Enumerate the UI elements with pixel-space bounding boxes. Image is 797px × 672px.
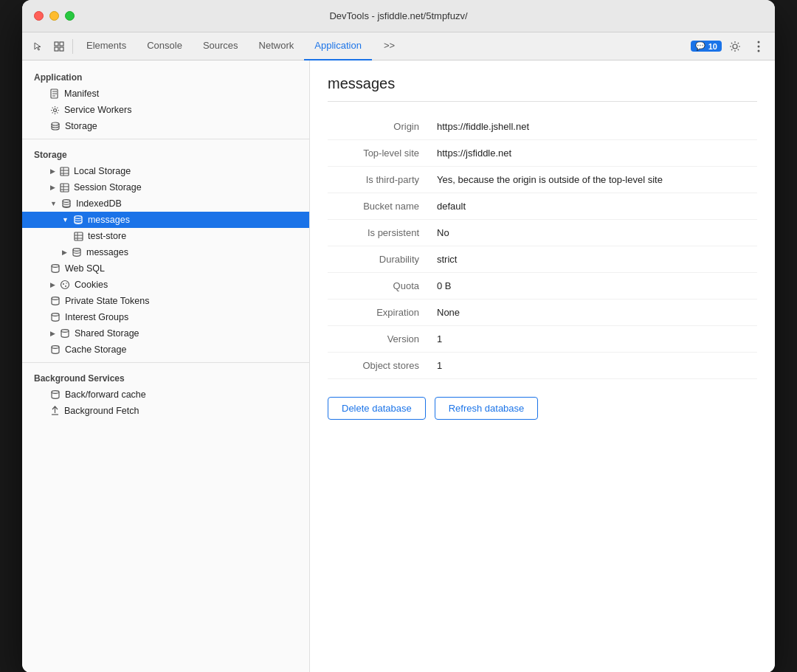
traffic-lights	[34, 11, 75, 21]
field-value: 1	[431, 353, 757, 379]
sidebar-item-test-store[interactable]: test-store	[22, 228, 309, 244]
db-icon-indexeddb	[61, 198, 72, 209]
main-content: Application Manifest Service Workers	[22, 60, 775, 672]
settings-icon[interactable]	[725, 36, 745, 57]
tab-sources[interactable]: Sources	[193, 32, 249, 60]
devtools-window: DevTools - jsfiddle.net/5tmpfuzv/ Elemen…	[22, 0, 775, 672]
table-row: ExpirationNone	[328, 299, 757, 326]
collapsed-triangle-cookies: ▶	[50, 281, 55, 288]
chat-icon: 💬	[695, 41, 705, 51]
field-label: Is third-party	[328, 167, 431, 193]
table-row: Version1	[328, 326, 757, 353]
db-icon-back-forward	[50, 389, 61, 400]
inspect-icon[interactable]	[49, 36, 69, 57]
svg-point-32	[66, 283, 66, 283]
storage-icon	[50, 121, 61, 131]
sidebar-item-messages-store[interactable]: ▶ messages	[22, 244, 309, 260]
titlebar: DevTools - jsfiddle.net/5tmpfuzv/	[22, 0, 775, 32]
table-row: Object stores1	[328, 353, 757, 379]
field-value: default	[431, 193, 757, 220]
cookie-icon	[60, 280, 70, 290]
local-storage-label: Local Storage	[74, 166, 131, 176]
divider-1	[22, 139, 309, 139]
sidebar-item-local-storage[interactable]: ▶ Local Storage	[22, 163, 309, 179]
sidebar-item-manifest[interactable]: Manifest	[22, 86, 309, 102]
field-value: https://fiddle.jshell.net	[431, 114, 757, 140]
tab-divider	[72, 39, 73, 54]
tab-network[interactable]: Network	[249, 32, 305, 60]
table-icon-test	[74, 232, 83, 241]
field-label: Durability	[328, 246, 431, 273]
table-icon-local	[60, 167, 69, 176]
private-state-label: Private State Tokens	[65, 296, 149, 306]
db-icon-shared	[60, 328, 70, 339]
db-icon-messages-store	[72, 247, 82, 257]
svg-point-22	[75, 216, 82, 219]
field-label: Quota	[328, 273, 431, 299]
db-icon-websql	[50, 263, 61, 274]
shared-storage-label: Shared Storage	[75, 328, 139, 339]
sidebar-item-private-state[interactable]: Private State Tokens	[22, 293, 309, 309]
svg-point-37	[52, 391, 59, 394]
db-icon-cache	[50, 344, 61, 355]
field-value: 0 B	[431, 273, 757, 299]
table-row: Durabilitystrict	[328, 246, 757, 273]
service-workers-label: Service Workers	[64, 105, 131, 115]
tab-more[interactable]: >>	[373, 32, 405, 60]
field-value: None	[431, 299, 757, 326]
field-value: 1	[431, 326, 757, 353]
sidebar-item-cache-storage[interactable]: Cache Storage	[22, 342, 309, 358]
sidebar-item-messages-db[interactable]: ▼ messages	[22, 212, 309, 228]
sidebar-item-session-storage[interactable]: ▶ Session Storage	[22, 179, 309, 195]
collapsed-triangle-shared: ▶	[50, 330, 55, 337]
sidebar-item-storage-app[interactable]: Storage	[22, 118, 309, 134]
table-row: Is third-partyYes, because the origin is…	[328, 167, 757, 193]
detail-title: messages	[328, 75, 757, 102]
db-icon-messages	[73, 215, 83, 225]
back-forward-label: Back/forward cache	[65, 389, 146, 400]
close-button[interactable]	[34, 11, 44, 21]
svg-rect-1	[60, 42, 63, 46]
test-store-label: test-store	[88, 231, 126, 241]
tab-console[interactable]: Console	[137, 32, 193, 60]
web-sql-label: Web SQL	[65, 263, 105, 274]
sidebar-item-indexeddb[interactable]: ▼ IndexedDB	[22, 195, 309, 212]
sidebar-item-bg-fetch[interactable]: Background Fetch	[22, 403, 309, 419]
field-value: strict	[431, 246, 757, 273]
field-label: Version	[328, 326, 431, 353]
svg-point-28	[52, 265, 59, 268]
cursor-icon[interactable]	[28, 36, 49, 57]
svg-point-12	[52, 122, 59, 125]
refresh-database-button[interactable]: Refresh database	[435, 397, 539, 420]
field-value: No	[431, 220, 757, 246]
tab-elements[interactable]: Elements	[76, 32, 137, 60]
section-storage-label: Storage	[22, 144, 309, 163]
svg-point-31	[65, 285, 66, 287]
sidebar-item-back-forward[interactable]: Back/forward cache	[22, 387, 309, 403]
detail-panel: messages Originhttps://fiddle.jshell.net…	[310, 60, 775, 672]
db-icon-private-state	[50, 296, 61, 306]
db-icon-interest	[50, 312, 61, 322]
sidebar-item-shared-storage[interactable]: ▶ Shared Storage	[22, 325, 309, 342]
file-icon	[50, 89, 60, 99]
field-label: Is persistent	[328, 220, 431, 246]
storage-app-label: Storage	[65, 121, 97, 131]
messages-badge[interactable]: 💬 10	[691, 41, 722, 52]
sidebar-item-cookies[interactable]: ▶ Cookies	[22, 277, 309, 293]
maximize-button[interactable]	[65, 11, 75, 21]
window-title: DevTools - jsfiddle.net/5tmpfuzv/	[329, 10, 467, 21]
sidebar-item-web-sql[interactable]: Web SQL	[22, 260, 309, 277]
svg-rect-13	[61, 167, 69, 176]
sidebar-item-interest-groups[interactable]: Interest Groups	[22, 309, 309, 325]
svg-point-35	[61, 330, 69, 333]
svg-point-11	[54, 108, 57, 111]
collapsed-triangle-session: ▶	[50, 184, 55, 191]
more-options-icon[interactable]	[748, 36, 769, 57]
session-storage-label: Session Storage	[74, 182, 142, 193]
cache-storage-label: Cache Storage	[65, 344, 126, 355]
sidebar-item-service-workers[interactable]: Service Workers	[22, 102, 309, 118]
tab-application[interactable]: Application	[304, 32, 372, 60]
upload-icon	[50, 406, 60, 416]
minimize-button[interactable]	[49, 11, 59, 21]
delete-database-button[interactable]: Delete database	[328, 397, 426, 420]
